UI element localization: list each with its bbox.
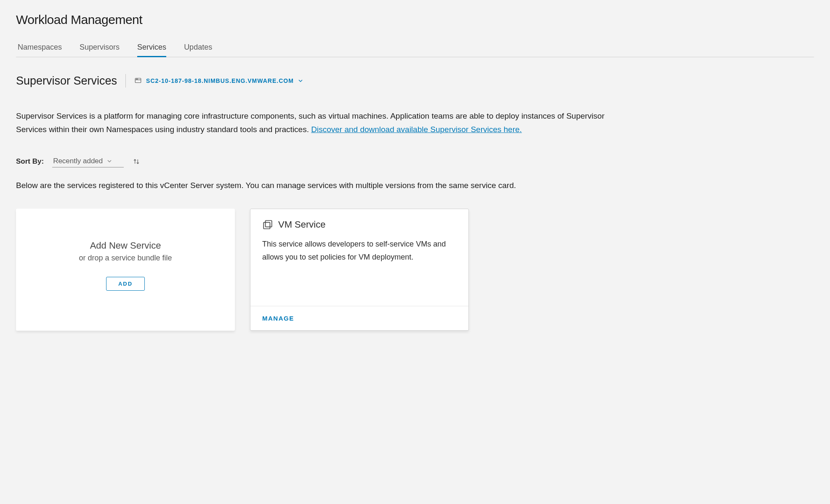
vcenter-icon — [134, 77, 142, 85]
chevron-down-icon — [298, 78, 303, 83]
service-title-row: VM Service — [262, 219, 457, 230]
service-card-footer: MANAGE — [250, 306, 468, 330]
sort-select-value: Recently added — [53, 157, 103, 165]
add-card-title: Add New Service — [90, 240, 161, 251]
description: Supervisor Services is a platform for ma… — [16, 109, 605, 137]
supervisor-selector[interactable]: SC2-10-187-98-18.NIMBUS.ENG.VMWARE.COM — [134, 77, 303, 85]
add-button[interactable]: ADD — [106, 277, 145, 291]
section-title: Supervisor Services — [16, 74, 117, 88]
service-card-title: VM Service — [278, 219, 325, 230]
service-card-vm-service: VM Service This service allows developer… — [250, 209, 469, 331]
svg-rect-7 — [263, 223, 270, 229]
vm-service-icon — [262, 219, 273, 230]
page-title: Workload Management — [16, 13, 814, 27]
sort-label: Sort By: — [16, 157, 44, 166]
cards-container: Add New Service or drop a service bundle… — [16, 209, 814, 331]
sort-direction-toggle[interactable] — [132, 157, 141, 166]
tab-services[interactable]: Services — [137, 43, 166, 57]
chevron-down-icon — [107, 159, 112, 164]
manage-button[interactable]: MANAGE — [262, 315, 294, 322]
svg-point-3 — [137, 79, 138, 79]
tabs: Namespaces Supervisors Services Updates — [16, 43, 814, 57]
svg-point-2 — [136, 79, 137, 79]
sort-arrows-icon — [132, 157, 141, 166]
service-card-description: This service allows developers to self-s… — [262, 238, 447, 263]
section-header: Supervisor Services SC2-10-187-98-18.NIM… — [16, 74, 814, 88]
add-card-subtitle: or drop a service bundle file — [79, 254, 172, 263]
sort-row: Sort By: Recently added — [16, 156, 814, 167]
supervisor-hostname: SC2-10-187-98-18.NIMBUS.ENG.VMWARE.COM — [146, 77, 294, 84]
tab-supervisors[interactable]: Supervisors — [80, 43, 120, 57]
service-card-body: VM Service This service allows developer… — [250, 209, 468, 306]
discover-services-link[interactable]: Discover and download available Supervis… — [311, 125, 522, 134]
svg-rect-6 — [266, 220, 272, 227]
add-service-card[interactable]: Add New Service or drop a service bundle… — [16, 209, 235, 331]
tab-updates[interactable]: Updates — [184, 43, 212, 57]
svg-rect-0 — [135, 78, 141, 83]
tab-namespaces[interactable]: Namespaces — [18, 43, 62, 57]
subdescription: Below are the services registered to thi… — [16, 179, 605, 192]
sort-select[interactable]: Recently added — [52, 156, 124, 167]
divider — [125, 74, 126, 88]
